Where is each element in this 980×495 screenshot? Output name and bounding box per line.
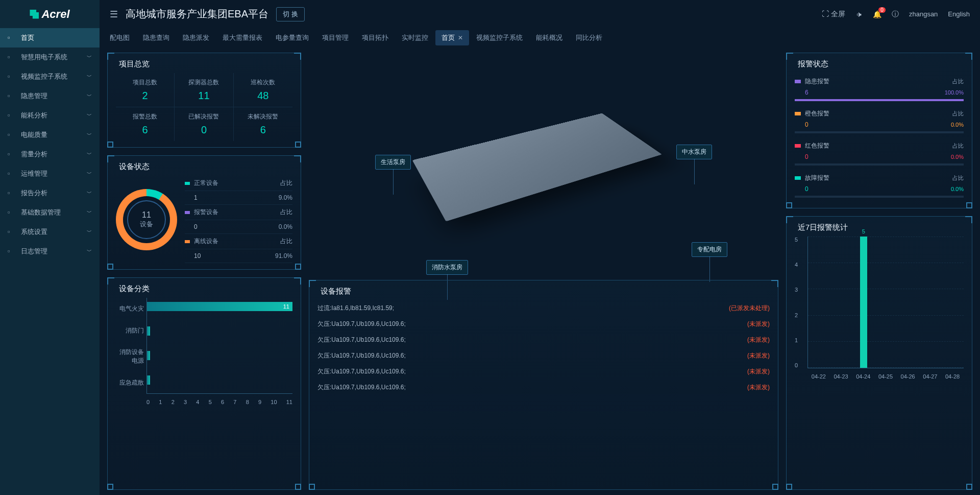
- panel-title: 设备分类: [116, 284, 292, 294]
- alarm-row[interactable]: 欠压:Ua109.7,Ub109.6,Uc109.6;(未派发): [317, 332, 770, 348]
- map-label[interactable]: 消防水泵房: [426, 260, 468, 275]
- alarm-row[interactable]: 过流:Ia81.6,Ib81.59,Ic81.59;(已派发未处理): [317, 300, 770, 316]
- alarm-row[interactable]: 欠压:Ua109.7,Ub109.6,Uc109.6;(未派发): [317, 316, 770, 332]
- alarm-status-row: 红色报警占比 00.0%: [795, 137, 964, 170]
- sidebar-item-label: 智慧用电子系统: [21, 53, 67, 62]
- panel-title: 设备报警: [317, 287, 770, 296]
- sidebar-item[interactable]: ▫ 视频监控子系统 ﹀: [0, 67, 100, 86]
- building-3d-view[interactable]: 生活泵房 中水泵房 消防水泵房 专配电房: [309, 53, 778, 272]
- brand-logo: Acrel: [0, 0, 100, 28]
- alarm-status-row: 故障报警占比 00.0%: [795, 170, 964, 202]
- sidebar-item-label: 报告分析: [21, 188, 47, 198]
- panel-title: 项目总览: [116, 59, 292, 69]
- sidebar-item[interactable]: ▫ 系统设置 ﹀: [0, 222, 100, 242]
- panel-title: 设备状态: [116, 162, 292, 172]
- weekly-bar: 5: [860, 237, 867, 368]
- tab[interactable]: 首页✕: [435, 30, 469, 45]
- alarm-row[interactable]: 欠压:Ua109.7,Ub109.6,Uc109.6;(未派发): [317, 364, 770, 380]
- panel-device-status: 设备状态 11设备 正常设备占比 19.0%报警设备占比 00.0%离线设备占比…: [107, 155, 301, 270]
- menu-toggle-icon[interactable]: ☰: [110, 9, 118, 20]
- stat-cell: 报警总数 6: [116, 107, 175, 141]
- map-label[interactable]: 生活泵房: [375, 155, 411, 170]
- chevron-down-icon: ﹀: [87, 131, 92, 138]
- chevron-down-icon: ﹀: [87, 92, 92, 100]
- language-switch[interactable]: English: [948, 10, 970, 18]
- sidebar-item-label: 日志管理: [21, 247, 47, 256]
- tab[interactable]: 项目拓扑: [356, 30, 395, 45]
- alarm-row[interactable]: 欠压:Ua109.7,Ub109.6,Uc109.6;(未派发): [317, 380, 770, 395]
- sidebar-item[interactable]: ▫ 能耗分析 ﹀: [0, 106, 100, 125]
- volume-icon[interactable]: 🕩: [855, 10, 863, 18]
- nav-icon: ▫: [8, 53, 16, 61]
- nav-icon: ▫: [8, 247, 16, 255]
- notification-icon[interactable]: 🔔0: [873, 10, 881, 18]
- sidebar-item[interactable]: ▫ 运维管理 ﹀: [0, 164, 100, 183]
- nav-icon: ▫: [8, 73, 16, 81]
- bar: [147, 326, 150, 336]
- alarm-status-row: 橙色报警占比 00.0%: [795, 105, 964, 137]
- nav-icon: ▫: [8, 208, 16, 217]
- sidebar-item[interactable]: ▫ 隐患管理 ﹀: [0, 86, 100, 106]
- help-icon[interactable]: ⓘ: [892, 10, 899, 19]
- sidebar-item[interactable]: ▫ 首页: [0, 28, 100, 48]
- nav-icon: ▫: [8, 189, 16, 197]
- alarm-row[interactable]: 欠压:Ua109.7,Ub109.6,Uc109.6;(未派发): [317, 348, 770, 364]
- sidebar-item-label: 运维管理: [21, 169, 47, 178]
- close-icon[interactable]: ✕: [458, 34, 463, 41]
- tab[interactable]: 电参量查询: [270, 30, 315, 45]
- chevron-down-icon: ﹀: [87, 151, 92, 158]
- username[interactable]: zhangsan: [909, 10, 938, 18]
- sidebar-item[interactable]: ▫ 智慧用电子系统 ﹀: [0, 48, 100, 67]
- nav-icon: ▫: [8, 34, 16, 42]
- stat-cell: 项目总数 2: [116, 73, 175, 107]
- stat-cell: 探测器总数 11: [175, 73, 233, 107]
- panel-alarm-status: 报警状态 隐患报警占比 6100.0% 橙色报警占比 00.0% 红色报警占比 …: [786, 53, 972, 208]
- chevron-down-icon: ﹀: [87, 248, 92, 255]
- sidebar-item[interactable]: ▫ 需量分析 ﹀: [0, 145, 100, 164]
- panel-device-class: 设备分类 电气火灾消防门消防设备电源应急疏散 11 01234567891011: [107, 277, 301, 490]
- map-label[interactable]: 中水泵房: [676, 145, 712, 159]
- tab[interactable]: 隐患派发: [177, 30, 215, 45]
- tab[interactable]: 项目管理: [316, 30, 355, 45]
- bar: 11: [147, 302, 292, 311]
- sidebar-item[interactable]: ▫ 日志管理 ﹀: [0, 242, 100, 261]
- sidebar-item-label: 能耗分析: [21, 111, 47, 120]
- stat-cell: 已解决报警 0: [175, 107, 233, 141]
- chevron-down-icon: ﹀: [87, 112, 92, 119]
- nav-icon: ▫: [8, 150, 16, 158]
- tab[interactable]: 最大需量报表: [216, 30, 268, 45]
- tab[interactable]: 能耗概况: [530, 30, 569, 45]
- tab[interactable]: 同比分析: [570, 30, 608, 45]
- chevron-down-icon: ﹀: [87, 73, 92, 80]
- sidebar-item-label: 系统设置: [21, 227, 47, 237]
- sidebar-item-label: 基础数据管理: [21, 208, 61, 217]
- tab[interactable]: 隐患查询: [137, 30, 176, 45]
- alarm-status-row: 隐患报警占比 6100.0%: [795, 73, 964, 105]
- sidebar-item-label: 视频监控子系统: [21, 72, 67, 81]
- sidebar: Acrel ▫ 首页 ▫ 智慧用电子系统 ﹀ ▫ 视频监控子系统 ﹀ ▫ 隐患管…: [0, 0, 100, 495]
- switch-button[interactable]: 切 换: [276, 7, 305, 21]
- map-label[interactable]: 专配电房: [692, 242, 727, 257]
- stat-cell: 未解决报警 6: [234, 107, 292, 141]
- tab[interactable]: 实时监控: [396, 30, 434, 45]
- sidebar-item[interactable]: ▫ 电能质量 ﹀: [0, 125, 100, 145]
- nav-icon: ▫: [8, 170, 16, 178]
- nav-icon: ▫: [8, 111, 16, 120]
- panel-title: 近7日报警统计: [795, 223, 964, 232]
- panel-device-alarm: 设备报警 过流:Ia81.6,Ib81.59,Ic81.59;(已派发未处理)欠…: [309, 280, 778, 490]
- app-title: 高地城市服务产业集团EBA平台: [126, 7, 268, 21]
- bar: [147, 351, 150, 360]
- nav-icon: ▫: [8, 131, 16, 139]
- tab[interactable]: 配电图: [104, 30, 136, 45]
- panel-title: 报警状态: [795, 59, 964, 69]
- sidebar-item[interactable]: ▫ 基础数据管理 ﹀: [0, 203, 100, 222]
- sidebar-item-label: 电能质量: [21, 130, 47, 139]
- sidebar-item[interactable]: ▫ 报告分析 ﹀: [0, 183, 100, 203]
- nav-icon: ▫: [8, 92, 16, 100]
- tab[interactable]: 视频监控子系统: [470, 30, 529, 45]
- sidebar-item-label: 需量分析: [21, 150, 47, 159]
- bar: [147, 375, 150, 385]
- tab-bar: 配电图隐患查询隐患派发最大需量报表电参量查询项目管理项目拓扑实时监控首页✕视频监…: [100, 28, 980, 48]
- fullscreen-icon[interactable]: ⛶ 全屏: [822, 10, 845, 19]
- header: ☰ 高地城市服务产业集团EBA平台 切 换 ⛶ 全屏 🕩 🔔0 ⓘ zhangs…: [100, 0, 980, 28]
